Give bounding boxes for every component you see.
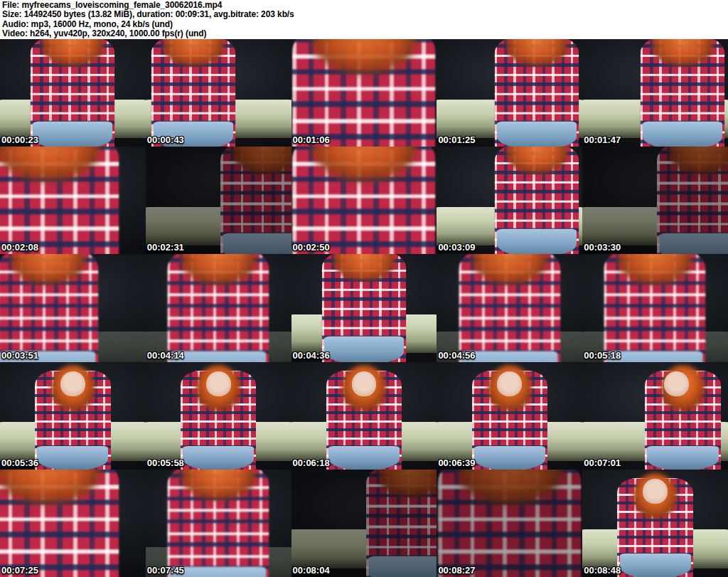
audio-info-line: Audio: mp3, 16000 Hz, mono, 24 kb/s (und… <box>2 20 728 29</box>
video-frame-art <box>437 147 582 254</box>
timestamp-overlay: 00:04:14 <box>147 351 184 360</box>
person-silhouette <box>321 254 406 361</box>
person-silhouette <box>472 371 547 470</box>
person-silhouette <box>495 39 579 147</box>
thumbnail-cell: 00:07:45 <box>146 470 291 577</box>
person-silhouette <box>641 39 725 147</box>
timestamp-overlay: 00:00:23 <box>1 135 38 144</box>
thumbnail-cell: 00:04:56 <box>437 254 582 361</box>
thumbnail-cell: 00:03:30 <box>582 147 728 254</box>
timestamp-overlay: 00:01:25 <box>438 135 475 144</box>
thumbnail-cell: 00:08:27 <box>437 470 582 577</box>
video-frame-art <box>0 39 146 147</box>
size-info-line: Size: 14492450 bytes (13.82 MiB), durati… <box>2 10 728 19</box>
video-frame-art <box>0 147 146 254</box>
thumbnail-cell: 00:02:50 <box>291 147 437 254</box>
person-silhouette <box>604 254 707 361</box>
person-silhouette <box>0 470 120 577</box>
video-frame-art <box>146 470 291 577</box>
person-silhouette <box>657 147 728 254</box>
person-silhouette <box>495 147 579 254</box>
thumbnail-cell: 00:00:43 <box>146 39 291 147</box>
thumbnail-cell: 00:04:14 <box>146 254 291 361</box>
thumbnail-cell: 00:08:48 <box>582 470 728 577</box>
timestamp-overlay: 00:06:18 <box>293 458 330 467</box>
person-silhouette <box>167 254 269 361</box>
video-frame-art <box>0 362 146 470</box>
video-frame-art <box>291 254 437 361</box>
thumbnail-cell: 00:03:09 <box>437 147 582 254</box>
person-silhouette <box>31 39 115 147</box>
person-silhouette <box>438 470 582 577</box>
timestamp-overlay: 00:05:36 <box>1 458 38 467</box>
thumbnail-cell: 00:02:31 <box>146 147 291 254</box>
person-silhouette <box>151 39 236 147</box>
thumbnail-cell: 00:07:25 <box>0 470 146 577</box>
video-frame-art <box>582 39 728 147</box>
video-frame-art <box>582 362 728 470</box>
thumbnail-cell: 00:08:04 <box>291 470 437 577</box>
video-frame-art <box>0 254 146 361</box>
thumbnail-cell: 00:05:58 <box>146 362 291 470</box>
thumbnail-cell: 00:05:18 <box>582 254 728 361</box>
thumbnail-cell: 00:06:18 <box>291 362 437 470</box>
timestamp-overlay: 00:08:48 <box>584 566 621 575</box>
thumbnail-cell: 00:05:36 <box>0 362 146 470</box>
video-frame-art <box>291 147 437 254</box>
thumbnail-grid: 00:00:23 00:00:43 00:01:06 00:01:25 00:0… <box>0 39 728 577</box>
timestamp-overlay: 00:03:30 <box>584 243 621 252</box>
video-frame-art <box>582 470 728 577</box>
timestamp-overlay: 00:00:43 <box>147 135 184 144</box>
video-frame-art <box>437 470 582 577</box>
metadata-header: File: myfreecams_loveiscoming_female_300… <box>0 0 728 39</box>
timestamp-overlay: 00:07:45 <box>147 566 184 575</box>
file-info-line: File: myfreecams_loveiscoming_female_300… <box>2 1 728 10</box>
thumbnail-cell: 00:07:01 <box>582 362 728 470</box>
thumbnail-cell: 00:01:47 <box>582 39 728 147</box>
video-frame-art <box>582 147 728 254</box>
video-frame-art <box>291 470 437 577</box>
timestamp-overlay: 00:08:27 <box>438 566 475 575</box>
timestamp-overlay: 00:07:01 <box>584 458 621 467</box>
person-silhouette <box>167 470 269 577</box>
video-frame-art <box>146 147 291 254</box>
person-silhouette <box>0 254 99 361</box>
person-silhouette <box>35 371 110 470</box>
person-silhouette <box>0 147 120 254</box>
timestamp-overlay: 00:01:06 <box>293 135 330 144</box>
video-frame-art <box>437 254 582 361</box>
timestamp-overlay: 00:02:50 <box>293 243 330 252</box>
timestamp-overlay: 00:01:47 <box>584 135 621 144</box>
video-frame-art <box>437 39 582 147</box>
timestamp-overlay: 00:04:56 <box>438 351 475 360</box>
timestamp-overlay: 00:05:18 <box>584 351 621 360</box>
person-silhouette <box>220 147 291 254</box>
timestamp-overlay: 00:07:25 <box>1 566 38 575</box>
timestamp-overlay: 00:08:04 <box>293 566 330 575</box>
video-frame-art <box>437 362 582 470</box>
video-info-line: Video: h264, yuv420p, 320x240, 1000.00 f… <box>2 29 728 38</box>
video-frame-art <box>582 254 728 361</box>
person-silhouette <box>292 147 436 254</box>
video-frame-art <box>291 362 437 470</box>
video-frame-art <box>146 362 291 470</box>
video-frame-art <box>146 39 291 147</box>
video-frame-art <box>291 39 437 147</box>
person-silhouette <box>366 470 437 577</box>
person-silhouette <box>645 371 720 470</box>
video-frame-art <box>146 254 291 361</box>
person-silhouette <box>617 478 692 577</box>
timestamp-overlay: 00:03:09 <box>438 243 475 252</box>
timestamp-overlay: 00:03:51 <box>1 351 38 360</box>
timestamp-overlay: 00:05:58 <box>147 458 184 467</box>
thumbnail-cell: 00:02:08 <box>0 147 146 254</box>
timestamp-overlay: 00:06:39 <box>438 458 475 467</box>
timestamp-overlay: 00:04:36 <box>293 351 330 360</box>
video-frame-art <box>0 470 146 577</box>
thumbnail-cell: 00:00:23 <box>0 39 146 147</box>
thumbnail-cell: 00:01:25 <box>437 39 582 147</box>
person-silhouette <box>326 371 402 470</box>
person-silhouette <box>181 371 256 470</box>
thumbnail-cell: 00:03:51 <box>0 254 146 361</box>
thumbnail-cell: 00:06:39 <box>437 362 582 470</box>
